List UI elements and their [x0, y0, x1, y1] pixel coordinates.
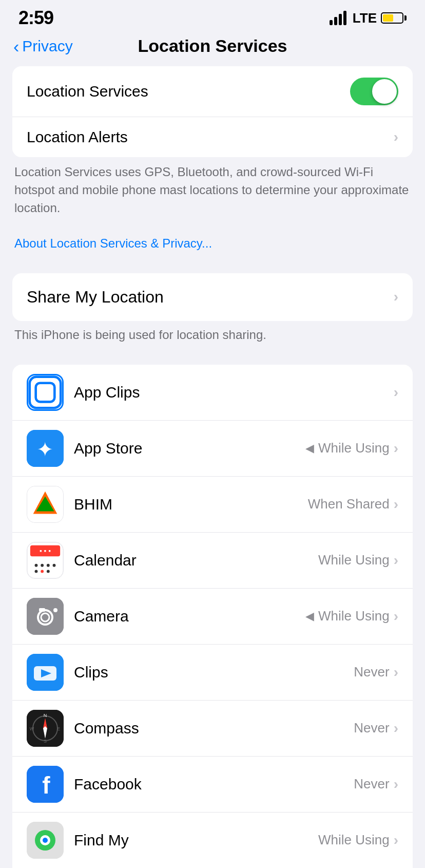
svg-rect-0	[30, 377, 61, 408]
svg-text:E: E	[57, 726, 60, 731]
status-icons: LTE	[330, 10, 407, 26]
app-status-facebook: Never ›	[354, 776, 398, 792]
svg-text:W: W	[30, 726, 34, 731]
privacy-link[interactable]: About Location Services & Privacy...	[14, 236, 212, 250]
app-row-camera[interactable]: Camera ◀ While Using ›	[12, 589, 413, 645]
app-status-text-bhim: When Shared	[308, 496, 390, 512]
app-status-text-appstore: While Using	[318, 440, 390, 456]
svg-text:S: S	[44, 739, 47, 744]
svg-point-16	[47, 570, 50, 573]
app-chevron-findmy: ›	[394, 832, 398, 848]
app-icon-compass: N S W E	[27, 710, 64, 747]
app-row-appstore[interactable]: ✦ App Store ◀ While Using ›	[12, 421, 413, 477]
app-chevron-clips: ›	[394, 664, 398, 681]
svg-point-13	[53, 564, 56, 567]
app-status-text-findmy: While Using	[318, 832, 390, 848]
back-label: Privacy	[22, 37, 72, 55]
svg-point-14	[35, 570, 38, 573]
chevron-left-icon: ‹	[13, 37, 19, 55]
app-status-calendar: While Using ›	[318, 552, 398, 569]
svg-text:✦: ✦	[36, 438, 54, 461]
share-my-location-card: Share My Location ›	[12, 273, 413, 321]
back-button[interactable]: ‹ Privacy	[13, 37, 73, 55]
svg-text:f: f	[42, 772, 50, 799]
app-chevron-camera: ›	[394, 608, 398, 625]
svg-point-12	[47, 564, 50, 567]
app-name-clips: Clips	[74, 664, 343, 681]
location-services-toggle[interactable]	[350, 78, 398, 105]
app-name-bhim: BHIM	[74, 496, 298, 513]
svg-point-21	[53, 608, 57, 612]
app-status-text-compass: Never	[354, 720, 389, 736]
app-status-text-camera: While Using	[318, 608, 390, 624]
app-row-appclips[interactable]: App Clips ›	[12, 365, 413, 421]
app-status-clips: Never ›	[354, 664, 398, 681]
app-name-facebook: Facebook	[74, 776, 343, 793]
location-alerts-right: ›	[394, 129, 398, 145]
app-status-text-clips: Never	[354, 664, 389, 680]
svg-point-39	[43, 838, 48, 843]
svg-text:▪ ▪ ▪: ▪ ▪ ▪	[40, 547, 51, 555]
app-status-text-facebook: Never	[354, 776, 389, 792]
app-status-camera: ◀ While Using ›	[305, 608, 398, 625]
signal-icon	[330, 11, 346, 25]
app-row-clips[interactable]: Clips Never ›	[12, 645, 413, 701]
location-services-card: Location Services Location Alerts ›	[12, 66, 413, 157]
app-status-appclips: ›	[394, 384, 398, 401]
app-status-findmy: While Using ›	[318, 832, 398, 848]
status-bar: 2:59 LTE	[0, 0, 425, 31]
app-icon-facebook: f	[27, 766, 64, 803]
app-icon-appstore: ✦	[27, 430, 64, 467]
app-chevron-appclips: ›	[394, 384, 398, 401]
svg-point-10	[35, 564, 38, 567]
app-chevron-compass: ›	[394, 720, 398, 737]
svg-point-11	[41, 564, 44, 567]
app-row-facebook[interactable]: f Facebook Never ›	[12, 757, 413, 813]
toggle-knob	[372, 79, 397, 104]
app-name-findmy: Find My	[74, 832, 308, 849]
app-row-bhim[interactable]: BHIM When Shared ›	[12, 477, 413, 533]
app-row-compass[interactable]: N S W E Compass Never ›	[12, 701, 413, 757]
svg-rect-17	[27, 598, 64, 635]
location-alerts-row[interactable]: Location Alerts ›	[12, 117, 413, 157]
app-status-text-calendar: While Using	[318, 552, 390, 568]
share-chevron-icon: ›	[394, 289, 398, 305]
nav-bar: ‹ Privacy Location Services	[0, 31, 425, 66]
app-row-calendar[interactable]: ▪ ▪ ▪ Calendar While Using ›	[12, 533, 413, 589]
app-chevron-calendar: ›	[394, 552, 398, 569]
app-icon-clips	[27, 654, 64, 691]
app-chevron-appstore: ›	[394, 440, 398, 457]
location-arrow-camera: ◀	[305, 610, 314, 623]
svg-rect-20	[39, 608, 45, 612]
location-services-toggle-row[interactable]: Location Services	[12, 66, 413, 117]
status-time: 2:59	[18, 7, 53, 29]
app-icon-calendar: ▪ ▪ ▪	[27, 542, 64, 579]
app-name-calendar: Calendar	[74, 552, 308, 569]
app-icon-findmy	[27, 822, 64, 859]
lte-label: LTE	[353, 10, 377, 26]
app-name-camera: Camera	[74, 608, 295, 625]
location-alerts-label: Location Alerts	[27, 128, 128, 146]
app-name-appstore: App Store	[74, 440, 295, 457]
battery-icon	[381, 12, 407, 24]
app-icon-appclips	[27, 374, 64, 411]
location-arrow-appstore: ◀	[305, 442, 314, 455]
app-icon-bhim	[27, 486, 64, 523]
app-name-appclips: App Clips	[74, 384, 383, 401]
app-row-findmy[interactable]: Find My While Using ›	[12, 813, 413, 868]
share-my-location-description: This iPhone is being used for location s…	[0, 321, 425, 354]
svg-point-15	[41, 570, 44, 573]
app-chevron-facebook: ›	[394, 776, 398, 792]
svg-text:N: N	[44, 713, 47, 718]
page-title: Location Services	[138, 36, 287, 56]
app-chevron-bhim: ›	[394, 496, 398, 513]
app-status-bhim: When Shared ›	[308, 496, 398, 513]
app-name-compass: Compass	[74, 720, 343, 737]
app-status-compass: Never ›	[354, 720, 398, 737]
location-services-description: Location Services uses GPS, Bluetooth, a…	[0, 157, 425, 263]
chevron-right-icon: ›	[394, 129, 398, 145]
share-my-location-row[interactable]: Share My Location ›	[12, 273, 413, 321]
share-my-location-label: Share My Location	[27, 288, 164, 307]
app-icon-camera	[27, 598, 64, 635]
location-services-label: Location Services	[27, 83, 148, 100]
